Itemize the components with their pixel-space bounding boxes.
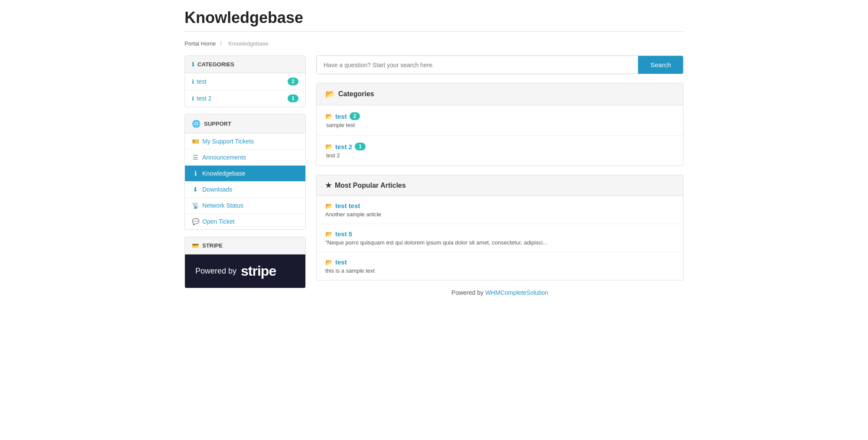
category-card-test2: 📂 test 2 1 test 2 xyxy=(317,136,683,166)
footer-link[interactable]: WHMCompleteSolution xyxy=(485,289,548,296)
article-title-3: 📂 test xyxy=(325,258,674,266)
category-desc-test: sample test xyxy=(325,122,674,128)
info-icon-test: ℹ xyxy=(192,78,194,85)
article-title-1: 📂 test test xyxy=(325,202,674,209)
globe-icon: 🌐 xyxy=(192,120,201,128)
article-card-3: 📂 test this is a sample text xyxy=(317,252,683,280)
category-count-badge-test: 2 xyxy=(350,112,360,120)
breadcrumb: Portal Home / Knowledgebase xyxy=(185,40,683,47)
stripe-powered-text: Powered by xyxy=(195,267,236,276)
stripe-banner: Powered by stripe xyxy=(185,254,305,288)
article-desc-3: this is a sample text xyxy=(325,267,674,274)
category-link-test2[interactable]: test 2 xyxy=(335,143,352,150)
category-badge-test: 2 xyxy=(288,78,298,85)
info-icon: ℹ xyxy=(192,61,194,68)
breadcrumb-current: Knowledgebase xyxy=(228,40,269,47)
category-badge-test2: 1 xyxy=(288,95,298,102)
sidebar-item-open-ticket[interactable]: 💬 Open Ticket xyxy=(185,214,305,229)
network-status-icon: 📡 xyxy=(192,202,199,209)
sidebar-item-knowledgebase[interactable]: ℹ Knowledgebase xyxy=(185,166,305,182)
folder-header-icon: 📂 xyxy=(325,89,335,99)
tickets-icon: 🎫 xyxy=(192,138,199,145)
category-title-test2: 📂 test 2 1 xyxy=(325,143,674,150)
search-bar: Search xyxy=(316,55,683,74)
popular-articles-section: ★ Most Popular Articles 📂 test test Anot… xyxy=(316,175,683,280)
category-count-badge-test2: 1 xyxy=(355,143,366,150)
article-card-1: 📂 test test Another sample article xyxy=(317,196,683,224)
stripe-logo: stripe xyxy=(241,263,276,279)
sidebar: ℹ CATEGORIES ℹ test 2 ℹ test 2 1 xyxy=(185,55,306,288)
page-title: Knowledgebase xyxy=(185,9,683,27)
category-link-test[interactable]: test xyxy=(335,113,347,120)
sidebar-item-announcements[interactable]: ☰ Announcements xyxy=(185,150,305,166)
sidebar-category-test2-link[interactable]: ℹ test 2 xyxy=(192,95,211,102)
sidebar-category-test[interactable]: ℹ test 2 xyxy=(185,73,305,90)
credit-card-icon: 💳 xyxy=(192,242,199,249)
downloads-icon: ⬇ xyxy=(192,186,199,193)
category-title-test: 📂 test 2 xyxy=(325,112,674,120)
folder-icon-test2: 📂 xyxy=(325,143,333,150)
folder-icon-article-3: 📂 xyxy=(325,259,333,266)
open-ticket-icon: 💬 xyxy=(192,218,199,225)
article-desc-2: "Neque porro quisquam est qui dolorem ip… xyxy=(325,239,674,246)
folder-icon-test: 📂 xyxy=(325,113,333,120)
folder-icon-article-1: 📂 xyxy=(325,202,333,209)
article-card-2: 📂 test 5 "Neque porro quisquam est qui d… xyxy=(317,224,683,252)
sidebar-category-test-link[interactable]: ℹ test xyxy=(192,78,207,85)
article-link-3[interactable]: test xyxy=(335,258,347,266)
sidebar-support-header: 🌐 SUPPORT xyxy=(185,114,305,134)
article-link-2[interactable]: test 5 xyxy=(335,230,352,238)
knowledgebase-icon: ℹ xyxy=(192,170,199,177)
sidebar-item-network-status[interactable]: 📡 Network Status xyxy=(185,198,305,214)
search-input[interactable] xyxy=(317,56,638,74)
footer: Powered by WHMCompleteSolution xyxy=(316,289,683,296)
sidebar-categories-header: ℹ CATEGORIES xyxy=(185,56,305,73)
sidebar-categories-section: ℹ CATEGORIES ℹ test 2 ℹ test 2 1 xyxy=(185,55,306,107)
sidebar-support-section: 🌐 SUPPORT 🎫 My Support Tickets ☰ Announc… xyxy=(185,114,306,230)
sidebar-stripe-header: 💳 STRIPE xyxy=(185,237,305,254)
sidebar-stripe-section: 💳 STRIPE Powered by stripe xyxy=(185,237,306,288)
main-content: Search 📂 Categories 📂 test 2 sample test xyxy=(316,55,683,296)
breadcrumb-home[interactable]: Portal Home xyxy=(185,40,216,47)
article-title-2: 📂 test 5 xyxy=(325,230,674,238)
sidebar-item-tickets[interactable]: 🎫 My Support Tickets xyxy=(185,134,305,150)
announcements-icon: ☰ xyxy=(192,154,199,161)
popular-articles-header: ★ Most Popular Articles xyxy=(317,175,683,196)
search-button[interactable]: Search xyxy=(638,56,683,74)
info-icon-test2: ℹ xyxy=(192,95,194,102)
categories-section-header: 📂 Categories xyxy=(317,83,683,105)
folder-icon-article-2: 📂 xyxy=(325,231,333,238)
article-desc-1: Another sample article xyxy=(325,211,674,218)
sidebar-item-downloads[interactable]: ⬇ Downloads xyxy=(185,182,305,198)
article-link-1[interactable]: test test xyxy=(335,202,360,209)
category-card-test: 📂 test 2 sample test xyxy=(317,105,683,136)
category-desc-test2: test 2 xyxy=(325,152,674,159)
star-icon: ★ xyxy=(325,181,331,189)
categories-section: 📂 Categories 📂 test 2 sample test 📂 test… xyxy=(316,83,683,166)
sidebar-category-test2[interactable]: ℹ test 2 1 xyxy=(185,90,305,107)
